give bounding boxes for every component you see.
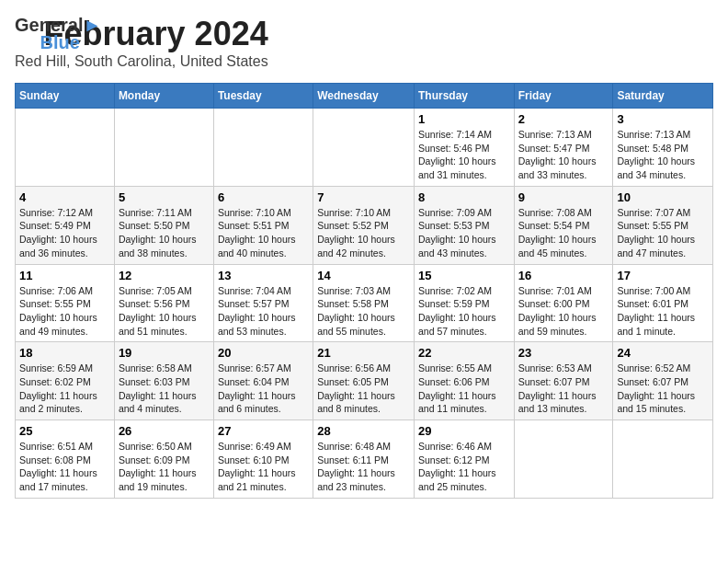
day-info: Sunrise: 6:48 AM Sunset: 6:11 PM Dayligh… bbox=[317, 440, 410, 494]
calendar-cell: 12Sunrise: 7:05 AM Sunset: 5:56 PM Dayli… bbox=[114, 264, 213, 342]
weekday-header-thursday: Thursday bbox=[414, 84, 514, 109]
day-info: Sunrise: 7:10 AM Sunset: 5:51 PM Dayligh… bbox=[218, 206, 309, 260]
day-info: Sunrise: 7:06 AM Sunset: 5:55 PM Dayligh… bbox=[19, 284, 110, 339]
day-info: Sunrise: 7:08 AM Sunset: 5:54 PM Dayligh… bbox=[518, 206, 609, 260]
day-number: 20 bbox=[218, 346, 309, 360]
day-number: 8 bbox=[418, 190, 510, 204]
calendar-table: SundayMondayTuesdayWednesdayThursdayFrid… bbox=[15, 83, 713, 499]
weekday-header-monday: Monday bbox=[114, 84, 213, 109]
calendar-cell: 13Sunrise: 7:04 AM Sunset: 5:57 PM Dayli… bbox=[213, 264, 313, 342]
calendar-cell: 28Sunrise: 6:48 AM Sunset: 6:11 PM Dayli… bbox=[313, 420, 415, 499]
calendar-cell: 6Sunrise: 7:10 AM Sunset: 5:51 PM Daylig… bbox=[213, 186, 313, 264]
calendar-cell: 25Sunrise: 6:51 AM Sunset: 6:08 PM Dayli… bbox=[16, 420, 115, 499]
day-number: 25 bbox=[19, 424, 110, 438]
day-info: Sunrise: 6:55 AM Sunset: 6:06 PM Dayligh… bbox=[418, 362, 510, 416]
day-number: 19 bbox=[119, 346, 210, 360]
calendar-cell: 23Sunrise: 6:53 AM Sunset: 6:07 PM Dayli… bbox=[514, 342, 613, 420]
calendar-cell: 7Sunrise: 7:10 AM Sunset: 5:52 PM Daylig… bbox=[313, 186, 415, 264]
calendar-cell bbox=[514, 420, 613, 499]
weekday-header-friday: Friday bbox=[514, 84, 613, 109]
day-number: 22 bbox=[418, 346, 510, 360]
calendar-cell: 22Sunrise: 6:55 AM Sunset: 6:06 PM Dayli… bbox=[414, 342, 514, 420]
day-number: 11 bbox=[19, 269, 110, 282]
day-info: Sunrise: 6:57 AM Sunset: 6:04 PM Dayligh… bbox=[218, 362, 309, 416]
weekday-header-tuesday: Tuesday bbox=[213, 84, 313, 109]
day-number: 3 bbox=[617, 112, 709, 126]
calendar-cell: 2Sunrise: 7:13 AM Sunset: 5:47 PM Daylig… bbox=[514, 109, 613, 187]
day-info: Sunrise: 6:50 AM Sunset: 6:09 PM Dayligh… bbox=[119, 440, 210, 494]
day-number: 27 bbox=[218, 424, 309, 438]
logo-text-blue: Blue bbox=[40, 32, 79, 53]
day-number: 18 bbox=[19, 346, 110, 360]
day-info: Sunrise: 7:11 AM Sunset: 5:50 PM Dayligh… bbox=[119, 206, 210, 260]
weekday-header-row: SundayMondayTuesdayWednesdayThursdayFrid… bbox=[16, 84, 713, 109]
calendar-cell bbox=[114, 109, 213, 187]
day-info: Sunrise: 6:58 AM Sunset: 6:03 PM Dayligh… bbox=[119, 362, 210, 416]
calendar-cell: 18Sunrise: 6:59 AM Sunset: 6:02 PM Dayli… bbox=[16, 342, 115, 420]
calendar-cell: 5Sunrise: 7:11 AM Sunset: 5:50 PM Daylig… bbox=[114, 186, 213, 264]
day-info: Sunrise: 7:02 AM Sunset: 5:59 PM Dayligh… bbox=[418, 284, 510, 339]
day-number: 2 bbox=[518, 112, 609, 126]
day-info: Sunrise: 7:00 AM Sunset: 6:01 PM Dayligh… bbox=[617, 284, 709, 339]
day-number: 13 bbox=[218, 269, 309, 282]
calendar-cell: 17Sunrise: 7:00 AM Sunset: 6:01 PM Dayli… bbox=[613, 264, 713, 342]
calendar-week-row: 1Sunrise: 7:14 AM Sunset: 5:46 PM Daylig… bbox=[16, 109, 713, 187]
day-info: Sunrise: 6:59 AM Sunset: 6:02 PM Dayligh… bbox=[19, 362, 110, 416]
day-number: 14 bbox=[317, 269, 410, 282]
day-info: Sunrise: 6:52 AM Sunset: 6:07 PM Dayligh… bbox=[617, 362, 709, 416]
day-info: Sunrise: 7:10 AM Sunset: 5:52 PM Dayligh… bbox=[317, 206, 410, 260]
day-info: Sunrise: 6:49 AM Sunset: 6:10 PM Dayligh… bbox=[218, 440, 309, 494]
weekday-header-sunday: Sunday bbox=[16, 84, 115, 109]
calendar-cell: 24Sunrise: 6:52 AM Sunset: 6:07 PM Dayli… bbox=[613, 342, 713, 420]
day-number: 29 bbox=[418, 424, 510, 438]
day-info: Sunrise: 7:09 AM Sunset: 5:53 PM Dayligh… bbox=[418, 206, 510, 260]
calendar-cell: 11Sunrise: 7:06 AM Sunset: 5:55 PM Dayli… bbox=[16, 264, 115, 342]
calendar-cell bbox=[16, 109, 115, 187]
calendar-cell: 15Sunrise: 7:02 AM Sunset: 5:59 PM Dayli… bbox=[414, 264, 514, 342]
day-info: Sunrise: 7:04 AM Sunset: 5:57 PM Dayligh… bbox=[218, 284, 309, 339]
calendar-cell: 8Sunrise: 7:09 AM Sunset: 5:53 PM Daylig… bbox=[414, 186, 514, 264]
day-number: 5 bbox=[119, 190, 210, 204]
calendar-cell: 14Sunrise: 7:03 AM Sunset: 5:58 PM Dayli… bbox=[313, 264, 415, 342]
calendar-cell: 29Sunrise: 6:46 AM Sunset: 6:12 PM Dayli… bbox=[414, 420, 514, 499]
day-number: 24 bbox=[617, 346, 709, 360]
day-info: Sunrise: 7:13 AM Sunset: 5:48 PM Dayligh… bbox=[617, 128, 709, 182]
day-number: 15 bbox=[418, 269, 510, 282]
calendar-cell: 16Sunrise: 7:01 AM Sunset: 6:00 PM Dayli… bbox=[514, 264, 613, 342]
day-number: 9 bbox=[518, 190, 609, 204]
day-number: 23 bbox=[518, 346, 609, 360]
day-number: 6 bbox=[218, 190, 309, 204]
day-number: 12 bbox=[119, 269, 210, 282]
day-number: 4 bbox=[19, 190, 110, 204]
calendar-week-row: 25Sunrise: 6:51 AM Sunset: 6:08 PM Dayli… bbox=[16, 420, 713, 499]
calendar-cell: 27Sunrise: 6:49 AM Sunset: 6:10 PM Dayli… bbox=[213, 420, 313, 499]
day-info: Sunrise: 7:12 AM Sunset: 5:49 PM Dayligh… bbox=[19, 206, 110, 260]
day-info: Sunrise: 6:51 AM Sunset: 6:08 PM Dayligh… bbox=[19, 440, 110, 494]
day-number: 7 bbox=[317, 190, 410, 204]
day-info: Sunrise: 7:07 AM Sunset: 5:55 PM Dayligh… bbox=[617, 206, 709, 260]
day-info: Sunrise: 7:03 AM Sunset: 5:58 PM Dayligh… bbox=[317, 284, 410, 339]
calendar-cell: 20Sunrise: 6:57 AM Sunset: 6:04 PM Dayli… bbox=[213, 342, 313, 420]
calendar-cell: 3Sunrise: 7:13 AM Sunset: 5:48 PM Daylig… bbox=[613, 109, 713, 187]
app-logo: General► Blue bbox=[15, 15, 101, 53]
calendar-cell: 1Sunrise: 7:14 AM Sunset: 5:46 PM Daylig… bbox=[414, 109, 514, 187]
day-info: Sunrise: 7:01 AM Sunset: 6:00 PM Dayligh… bbox=[518, 284, 609, 339]
day-info: Sunrise: 7:13 AM Sunset: 5:47 PM Dayligh… bbox=[518, 128, 609, 182]
day-number: 17 bbox=[617, 269, 709, 282]
day-number: 16 bbox=[518, 269, 609, 282]
calendar-week-row: 11Sunrise: 7:06 AM Sunset: 5:55 PM Dayli… bbox=[16, 264, 713, 342]
weekday-header-saturday: Saturday bbox=[613, 84, 713, 109]
day-info: Sunrise: 6:46 AM Sunset: 6:12 PM Dayligh… bbox=[418, 440, 510, 494]
calendar-cell: 21Sunrise: 6:56 AM Sunset: 6:05 PM Dayli… bbox=[313, 342, 415, 420]
calendar-cell bbox=[313, 109, 415, 187]
day-number: 21 bbox=[317, 346, 410, 360]
calendar-cell: 19Sunrise: 6:58 AM Sunset: 6:03 PM Dayli… bbox=[114, 342, 213, 420]
day-number: 28 bbox=[317, 424, 410, 438]
calendar-week-row: 18Sunrise: 6:59 AM Sunset: 6:02 PM Dayli… bbox=[16, 342, 713, 420]
day-number: 1 bbox=[418, 112, 510, 126]
calendar-cell: 4Sunrise: 7:12 AM Sunset: 5:49 PM Daylig… bbox=[16, 186, 115, 264]
calendar-week-row: 4Sunrise: 7:12 AM Sunset: 5:49 PM Daylig… bbox=[16, 186, 713, 264]
calendar-subtitle: Red Hill, South Carolina, United States bbox=[15, 53, 268, 70]
calendar-cell bbox=[613, 420, 713, 499]
calendar-cell bbox=[213, 109, 313, 187]
